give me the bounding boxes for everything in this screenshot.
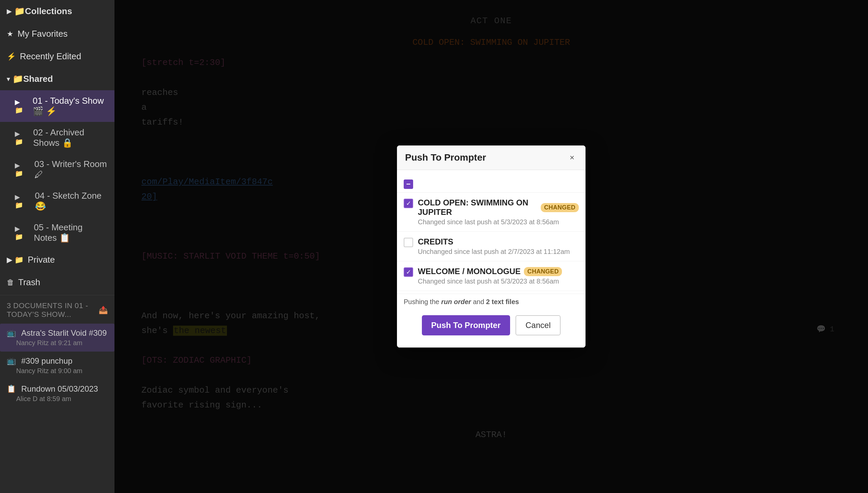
sidebar-folder-meeting-notes[interactable]: ▶ 📁 05 - Meeting Notes 📋 [0,217,114,249]
sidebar-item-recently-edited[interactable]: ⚡ Recently Edited [0,45,114,68]
cold-open-title: COLD OPEN: SWIMMING ON JUPITER CHANGED [418,198,579,217]
folder-meeting-label: 05 - Meeting Notes 📋 [34,222,108,243]
doc-subtitle-punchup: Nancy Ritz at 9:00 am [7,367,108,375]
modal-item-credits[interactable]: CREDITS Unchanged since last push at 2/7… [397,232,586,261]
modal-title: Push To Prompter [405,152,486,163]
minus-icon: − [406,180,411,189]
modal-item-cold-open[interactable]: ✓ COLD OPEN: SWIMMING ON JUPITER CHANGED… [397,193,586,232]
sidebar-folder-sketch-zone[interactable]: ▶ 📁 04 - Sketch Zone 😂 [0,185,114,217]
star-icon: ★ [7,30,14,38]
docs-section-header: 3 DOCUMENTS IN 01 - TODAY'S SHOW... 📤 [0,297,114,324]
credits-title: CREDITS [418,237,579,246]
doc-title-rundown: Rundown 05/03/2023 [21,384,98,394]
doc-subtitle-rundown: Alice D at 8:59 am [7,395,108,403]
folder-icon-archived: ▶ 📁 [15,130,27,146]
folder-icon-meeting: ▶ 📁 [15,224,28,241]
folder-writers-label: 03 - Writer's Room 🖊 [34,159,108,180]
docs-count-label: 3 DOCUMENTS IN 01 - TODAY'S SHOW... [7,301,95,319]
welcome-changed-badge: CHANGED [524,267,562,276]
modal-item-whats-new[interactable]: WHAT'S NEW UP HERE? Unchanged since last… [397,291,586,294]
doc-item-punchup[interactable]: 📺 #309 punchup Nancy Ritz at 9:00 am [0,351,114,380]
sidebar-item-trash[interactable]: 🗑 Trash [0,271,114,294]
sidebar: ▶ 📁 Collections ★ My Favorites ⚡ Recentl… [0,0,114,493]
export-icon: 📤 [99,306,108,315]
modal-items-list: ✓ COLD OPEN: SWIMMING ON JUPITER CHANGED… [397,193,586,294]
folder-archived-label: 02 - Archived Shows 🔒 [33,127,108,148]
welcome-title: WELCOME / MONOLOGUE CHANGED [418,267,579,276]
credits-content: CREDITS Unchanged since last push at 2/7… [418,237,579,256]
welcome-subtitle: Changed since last push at 5/3/2023 at 8… [418,277,579,285]
favorites-label: My Favorites [18,29,68,39]
folder-today-label: 01 - Today's Show 🎬 ⚡ [32,95,108,116]
shared-chevron-icon: ▾ [7,76,10,83]
folder-sketch-label: 04 - Sketch Zone 😂 [35,191,108,212]
collections-icon: 📁 [14,6,25,17]
folder-icon-writers: ▶ 📁 [15,161,28,177]
sidebar-folder-writers-room[interactable]: ▶ 📁 03 - Writer's Room 🖊 [0,154,114,185]
push-to-prompter-button[interactable]: Push To Prompter [422,315,510,336]
select-all-checkbox[interactable]: − [404,179,413,189]
sidebar-divider [0,295,114,295]
push-to-prompter-modal: Push To Prompter × − ✓ [397,146,586,347]
doc-title-astra: Astra's Starlit Void #309 [21,328,107,338]
recently-edited-label: Recently Edited [20,51,81,62]
cold-open-changed-badge: CHANGED [541,203,579,212]
welcome-checkbox[interactable]: ✓ [404,267,413,277]
shared-header[interactable]: ▾ 📁 Shared [0,68,114,90]
sidebar-folder-today[interactable]: ▶ 📁 01 - Today's Show 🎬 ⚡ [0,90,114,122]
shared-label: Shared [23,74,53,84]
modal-select-all-row[interactable]: − [397,175,586,193]
doc-title-punchup: #309 punchup [21,356,72,366]
doc-icon-rundown: 📋 [7,385,16,393]
collections-header[interactable]: ▶ 📁 Collections [0,0,114,23]
shared-folder-icon: 📁 [13,74,23,84]
sidebar-folder-archived[interactable]: ▶ 📁 02 - Archived Shows 🔒 [0,122,114,154]
modal-overlay: Push To Prompter × − ✓ [114,0,868,493]
modal-footer-info: Pushing the run order and 2 text files [397,294,586,310]
sidebar-item-private[interactable]: ▶ 📁 Private [0,249,114,271]
modal-item-welcome[interactable]: ✓ WELCOME / MONOLOGUE CHANGED Changed si… [397,261,586,291]
run-order-text: run order [441,298,471,305]
modal-body: − ✓ COLD OPEN: SWIMMING ON JUPITER CHANG… [397,170,586,347]
cancel-button[interactable]: Cancel [516,315,561,336]
check-icon-2: ✓ [406,269,411,276]
trash-label: Trash [18,277,40,287]
modal-header: Push To Prompter × [397,146,586,170]
cold-open-content: COLD OPEN: SWIMMING ON JUPITER CHANGED C… [418,198,579,226]
collections-chevron-icon: ▶ [7,8,12,15]
main-content: ACT ONE COLD OPEN: SWIMMING ON JUPITER [… [114,0,868,493]
sidebar-item-favorites[interactable]: ★ My Favorites [0,23,114,45]
credits-checkbox[interactable] [404,238,413,247]
trash-icon: 🗑 [7,278,14,287]
files-count: 2 text files [486,298,519,305]
collections-label: Collections [25,6,72,17]
welcome-content: WELCOME / MONOLOGUE CHANGED Changed sinc… [418,267,579,285]
credits-subtitle: Unchanged since last push at 2/7/2023 at… [418,248,579,256]
doc-icon-astra: 📺 [7,329,16,338]
modal-close-button[interactable]: × [567,152,578,163]
cold-open-checkbox[interactable]: ✓ [404,199,413,208]
folder-icon-sketch: ▶ 📁 [15,193,29,209]
folder-icon-today: ▶ 📁 [15,98,27,114]
private-icon: ▶ 📁 [7,256,24,264]
private-label: Private [28,255,55,265]
cold-open-subtitle: Changed since last push at 5/3/2023 at 8… [418,218,579,226]
modal-actions: Push To Prompter Cancel [397,310,586,342]
doc-subtitle-astra: Nancy Ritz at 9:21 am [7,339,108,347]
doc-item-rundown[interactable]: 📋 Rundown 05/03/2023 Alice D at 8:59 am [0,380,114,407]
doc-item-astra[interactable]: 📺 Astra's Starlit Void #309 Nancy Ritz a… [0,324,114,351]
bolt-icon: ⚡ [7,52,16,61]
doc-icon-punchup: 📺 [7,357,16,365]
check-icon: ✓ [406,200,411,207]
